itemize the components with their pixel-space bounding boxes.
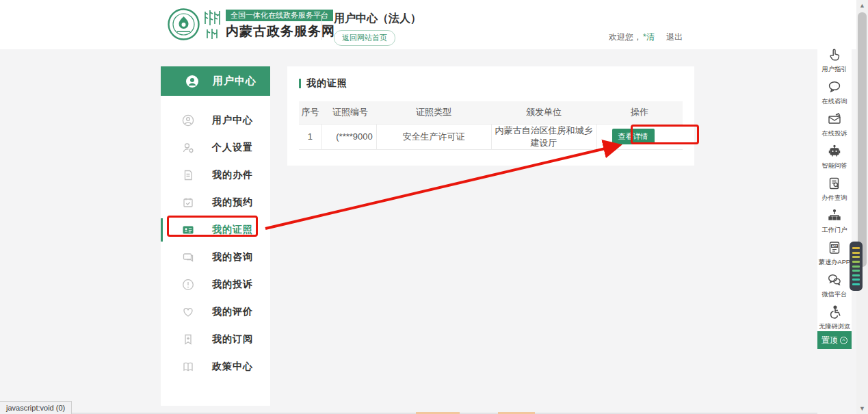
- sidebar-item-my-certificates[interactable]: 我的证照: [161, 216, 270, 244]
- table-header-row: 序号 证照编号 证照类型 颁发单位 操作: [299, 101, 683, 124]
- logout-link[interactable]: 退出: [666, 32, 683, 42]
- toolbar-item-label: 无障碍浏览: [819, 322, 850, 331]
- sidebar-item-label: 我的预约: [212, 196, 253, 209]
- browser-scrollbar[interactable]: ▲ ▼: [856, 0, 868, 414]
- toolbar-item-label: 用户指引: [822, 65, 847, 74]
- toolbar-item-user-guide[interactable]: 用户指引: [817, 44, 852, 77]
- column-header-cert-type: 证照类型: [376, 101, 491, 124]
- sidebar: 用户中心 用户中心 个人设置 我的办件: [161, 66, 270, 406]
- svg-text:APP: APP: [832, 244, 838, 248]
- sidebar-item-label: 我的咨询: [212, 251, 253, 263]
- sidebar-item-personal-settings[interactable]: 个人设置: [161, 134, 270, 161]
- bookmark-plus-icon: [182, 333, 194, 346]
- sidebar-item-my-complaints[interactable]: 我的投诉: [161, 271, 270, 298]
- annotation-arrow: [0, 0, 868, 414]
- column-header-issuer: 颁发单位: [491, 101, 596, 124]
- back-to-top-button[interactable]: 置顶 ^: [817, 331, 852, 349]
- mail-icon: [827, 112, 842, 127]
- chat-bubble-icon: [182, 251, 194, 263]
- sidebar-item-label: 我的证照: [212, 224, 253, 236]
- sitemap-icon: [827, 208, 842, 223]
- sidebar-item-my-consultations[interactable]: 我的咨询: [161, 244, 270, 271]
- table-row: 1 (****9000 安全生产许可证 内蒙古自治区住房和城乡建设厅 查看详情: [299, 124, 683, 149]
- sidebar-item-my-subscriptions[interactable]: 我的订阅: [161, 326, 270, 353]
- toolbar-item-label: 在线咨询: [822, 97, 847, 106]
- exclamation-circle-icon: [182, 279, 194, 291]
- toolbar-item-label: 微信平台: [822, 290, 847, 299]
- toolbar-item-label: 蒙速办APP: [819, 258, 850, 267]
- column-header-cert-no: 证照编号: [321, 101, 376, 124]
- sidebar-item-my-appointments[interactable]: 我的预约: [161, 189, 270, 216]
- sidebar-item-my-reviews[interactable]: 我的评价: [161, 298, 270, 326]
- platform-badge: 全国一体化在线政务服务平台: [226, 10, 333, 21]
- site-name: 内蒙古政务服务网: [226, 23, 335, 40]
- sidebar-item-label: 我的投诉: [212, 279, 253, 291]
- toolbar-item-online-consult[interactable]: 在线咨询: [817, 77, 852, 109]
- equalizer-widget[interactable]: [850, 242, 863, 291]
- header-divider: [321, 14, 322, 40]
- app-icon: APP: [827, 240, 842, 255]
- header: 全国一体化在线政务服务平台 内蒙古政务服务网 用户中心（法人） 返回网站首页 欢…: [0, 0, 856, 49]
- toolbar-item-work-portal[interactable]: 工作门户: [817, 205, 852, 237]
- scroll-down-arrow-icon[interactable]: ▼: [856, 403, 868, 414]
- toolbar-item-label: 智能问答: [822, 161, 847, 170]
- sidebar-item-policy-center[interactable]: 政策中心: [161, 353, 270, 380]
- sidebar-item-user-center[interactable]: 用户中心: [161, 107, 270, 134]
- browser-status-bar: javascript:void (0): [0, 401, 72, 414]
- toolbar-item-online-complaint[interactable]: 在线投诉: [817, 109, 852, 141]
- chat-icon: [827, 79, 842, 94]
- sidebar-item-label: 个人设置: [212, 142, 253, 154]
- toolbar-item-label: 工作门户: [822, 226, 847, 235]
- praise-icon: [182, 306, 194, 318]
- username[interactable]: *清: [643, 32, 655, 42]
- scroll-up-arrow-icon[interactable]: ▲: [856, 0, 868, 11]
- certificates-table: 序号 证照编号 证照类型 颁发单位 操作 1 (****9000 安全生产许可证…: [299, 101, 683, 150]
- sidebar-item-label: 我的办件: [212, 169, 253, 181]
- column-header-seq: 序号: [299, 101, 321, 124]
- toolbar-item-label: 办件查询: [822, 194, 847, 203]
- sidebar-header: 用户中心: [161, 66, 270, 96]
- hand-pointer-icon: [827, 47, 842, 62]
- cell-seq: 1: [299, 124, 321, 149]
- user-circle-icon: [182, 114, 194, 127]
- calendar-check-icon: [182, 196, 194, 209]
- cell-issuer: 内蒙古自治区住房和城乡建设厅: [491, 124, 596, 149]
- floating-toolbar: 用户指引 在线咨询 在线投诉 智能问答 办件查询 工作门户: [817, 44, 852, 331]
- main-panel: 我的证照 序号 证照编号 证照类型 颁发单位 操作 1 (****9000 安全…: [287, 66, 694, 166]
- document-icon: [182, 169, 194, 181]
- cell-cert-type: 安全生产许可证: [376, 124, 491, 149]
- wechat-icon: [827, 272, 842, 287]
- column-header-action: 操作: [596, 101, 683, 124]
- user-circle-icon: [185, 75, 199, 88]
- site-logo: 全国一体化在线政务服务平台 内蒙古政务服务网: [168, 8, 335, 40]
- toolbar-item-case-inquiry[interactable]: 办件查询: [817, 173, 852, 205]
- toolbar-item-msb-app[interactable]: APP 蒙速办APP: [817, 237, 852, 270]
- welcome-text: 欢迎您，: [609, 32, 642, 42]
- gov-emblem-icon: [168, 8, 200, 40]
- chevron-up-circle-icon: ^: [840, 337, 847, 344]
- user-gear-icon: [182, 142, 194, 154]
- toolbar-item-wechat[interactable]: 微信平台: [817, 270, 852, 302]
- sidebar-item-label: 用户中心: [212, 114, 253, 127]
- page-title: 用户中心（法人）: [334, 12, 421, 26]
- sidebar-item-label: 我的订阅: [212, 333, 253, 346]
- toolbar-item-smart-qa[interactable]: 智能问答: [817, 141, 852, 173]
- section-title: 我的证照: [306, 77, 347, 90]
- toolbar-item-label: 在线投诉: [822, 129, 847, 138]
- section-title-bar: [299, 79, 301, 88]
- sidebar-title: 用户中心: [213, 75, 257, 88]
- cell-cert-no: (****9000: [321, 124, 376, 149]
- back-home-button[interactable]: 返回网站首页: [334, 30, 395, 46]
- doc-search-icon: [827, 176, 842, 191]
- toolbar-item-accessibility[interactable]: 无障碍浏览: [817, 302, 852, 334]
- policy-book-icon: [182, 361, 194, 373]
- view-details-button[interactable]: 查看详情: [612, 129, 655, 144]
- scrollbar-thumb[interactable]: [858, 12, 867, 267]
- welcome-bar: 欢迎您，*清 退出: [609, 31, 683, 43]
- id-card-icon: [182, 224, 194, 236]
- sidebar-item-my-cases[interactable]: 我的办件: [161, 161, 270, 189]
- sidebar-item-label: 政策中心: [212, 361, 253, 373]
- sidebar-item-label: 我的评价: [212, 306, 253, 318]
- mongolian-script: [202, 9, 222, 40]
- accessibility-icon: [827, 305, 842, 320]
